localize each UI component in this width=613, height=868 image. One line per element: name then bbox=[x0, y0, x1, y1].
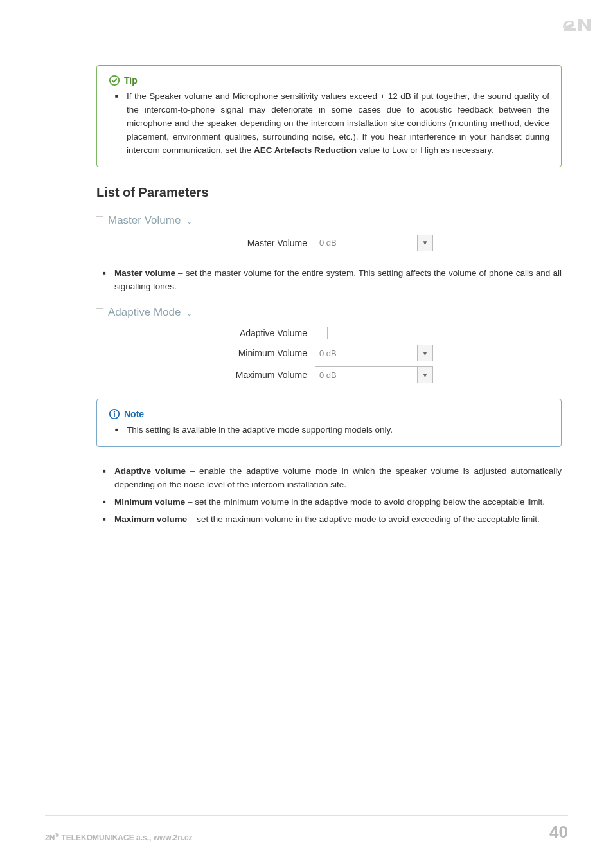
check-circle-icon bbox=[109, 75, 120, 86]
top-rule bbox=[45, 26, 568, 26]
tip-callout: Tip If the Speaker volume and Microphone… bbox=[96, 65, 562, 167]
page-number: 40 bbox=[549, 822, 568, 842]
dropdown-icon[interactable]: ▼ bbox=[418, 366, 433, 383]
minimum-volume-label: Minimum Volume bbox=[96, 348, 315, 358]
note-heading: Note bbox=[124, 409, 144, 419]
dropdown-icon[interactable]: ▼ bbox=[418, 235, 433, 251]
footer-company: 2N® TELEKOMUNIKACE a.s., www.2n.cz bbox=[45, 832, 193, 842]
list-item: Minimum volume – set the minimum volume … bbox=[114, 496, 562, 509]
brand-logo bbox=[560, 12, 594, 36]
chevron-down-icon: ⌄ bbox=[186, 217, 192, 226]
info-circle-icon bbox=[109, 408, 120, 420]
list-item: Adaptive volume – enable the adaptive vo… bbox=[114, 465, 562, 492]
svg-point-3 bbox=[114, 411, 115, 413]
tip-heading: Tip bbox=[124, 75, 138, 86]
master-volume-desc-list: Master volume – set the master volume fo… bbox=[96, 267, 562, 294]
svg-point-1 bbox=[110, 76, 119, 85]
tip-item: If the Speaker volume and Microphone sen… bbox=[127, 90, 549, 158]
chevron-down-icon: ⌄ bbox=[186, 309, 192, 318]
adaptive-volume-label: Adaptive Volume bbox=[96, 328, 315, 338]
adaptive-volume-checkbox[interactable] bbox=[315, 327, 328, 339]
svg-rect-4 bbox=[114, 413, 115, 417]
adaptive-desc-list: Adaptive volume – enable the adaptive vo… bbox=[96, 465, 562, 527]
maximum-volume-label: Maximum Volume bbox=[96, 370, 315, 380]
page-footer: 2N® TELEKOMUNIKACE a.s., www.2n.cz 40 bbox=[45, 815, 568, 842]
maximum-volume-select[interactable] bbox=[315, 366, 418, 383]
section-heading: List of Parameters bbox=[96, 185, 568, 200]
dropdown-icon[interactable]: ▼ bbox=[418, 345, 433, 361]
group-title: Master Volume ⌄ bbox=[96, 214, 562, 227]
note-callout: Note This setting is available in the ad… bbox=[96, 399, 562, 447]
group-title: Adaptive Mode ⌄ bbox=[96, 306, 562, 319]
master-volume-select[interactable] bbox=[315, 235, 418, 251]
master-volume-label: Master Volume bbox=[96, 238, 315, 248]
master-volume-group: Master Volume ⌄ Master Volume ▼ bbox=[96, 214, 562, 251]
minimum-volume-select[interactable] bbox=[315, 345, 418, 361]
adaptive-mode-group: Adaptive Mode ⌄ Adaptive Volume Minimum … bbox=[96, 306, 562, 383]
list-item: Maximum volume – set the maximum volume … bbox=[114, 513, 562, 527]
note-item: This setting is available in the adaptiv… bbox=[127, 424, 549, 437]
